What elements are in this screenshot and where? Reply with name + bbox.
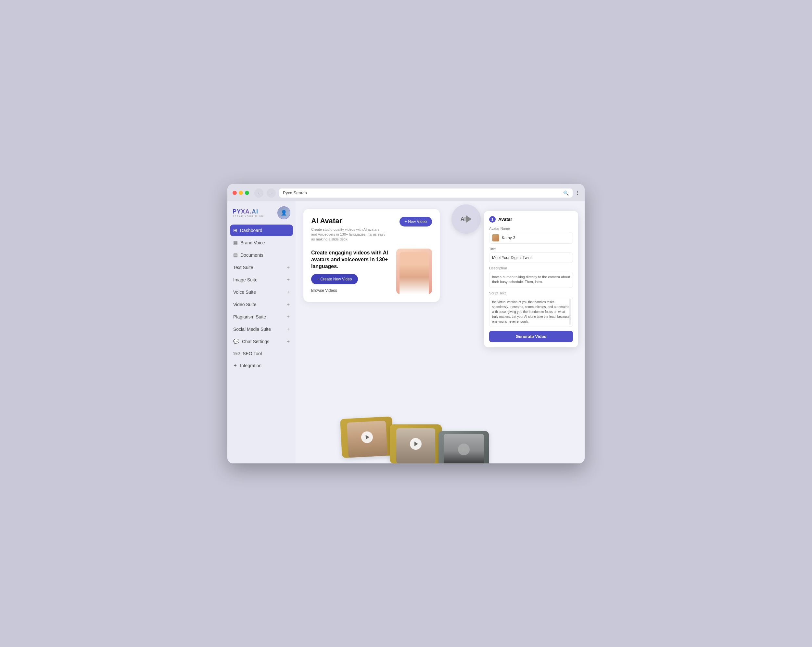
- new-video-button[interactable]: + New Video: [400, 217, 432, 226]
- step-title: Avatar: [498, 217, 512, 222]
- expand-icon: +: [287, 289, 290, 295]
- doc-icon: ▤: [233, 252, 238, 258]
- sidebar-item-video-suite[interactable]: Video Suite +: [230, 299, 293, 310]
- avatar-card-text: Create engaging videos with AI avatars a…: [311, 249, 390, 292]
- sidebar-item-social-media[interactable]: Social Media Suite +: [230, 323, 293, 335]
- sidebar-item-voice-suite[interactable]: Voice Suite +: [230, 286, 293, 298]
- close-button[interactable]: [232, 191, 237, 195]
- avatar-card-body: Create engaging videos with AI avatars a…: [311, 249, 432, 294]
- script-textarea[interactable]: the virtual version of you that handles …: [489, 297, 573, 327]
- ai-label: AI: [461, 216, 466, 222]
- main-content: AI Avatar Create studio-quality videos w…: [296, 201, 585, 463]
- back-button[interactable]: ←: [254, 188, 263, 197]
- sidebar-item-label: Integration: [240, 363, 261, 368]
- video-thumb-1[interactable]: [340, 416, 394, 458]
- video-thumb-2[interactable]: [390, 424, 442, 463]
- sidebar-item-label: SEO Tool: [243, 351, 262, 356]
- video-thumb-3[interactable]: [438, 431, 489, 463]
- avatar-name-row[interactable]: Kathy-3: [489, 232, 573, 244]
- ai-avatar-card: AI Avatar Create studio-quality videos w…: [303, 209, 440, 302]
- sidebar-item-image-suite[interactable]: Image Suite +: [230, 274, 293, 286]
- sidebar-logo: PYXA.AI SPEAK YOUR MIND! 👤: [227, 206, 296, 225]
- scrollbar: [569, 299, 571, 325]
- sidebar-item-label: Voice Suite: [233, 289, 256, 295]
- play-button-3[interactable]: [458, 444, 470, 455]
- search-icon: 🔍: [563, 190, 569, 196]
- play-icon: [466, 215, 472, 223]
- browser-window: ← → Pyxa Search 🔍 PYXA.AI SPEAK YOUR MIN…: [227, 184, 585, 463]
- avatar[interactable]: 👤: [277, 206, 290, 219]
- play-button-2[interactable]: [410, 438, 421, 450]
- avatar-image-card: [396, 249, 432, 294]
- search-text: Pyxa Search: [283, 190, 307, 195]
- sidebar-item-label: Brand Voice: [240, 240, 265, 245]
- sidebar-nav: ⊞ Dashboard ▦ Brand Voice ▤ Documents: [227, 225, 296, 458]
- expand-icon: +: [287, 301, 290, 307]
- sidebar-item-integration[interactable]: ✦ Integration: [230, 360, 293, 372]
- title-input[interactable]: Meet Your Digital Twin!: [489, 252, 573, 263]
- sidebar-item-dashboard[interactable]: ⊞ Dashboard: [230, 225, 293, 236]
- generate-video-button[interactable]: Generate Video: [489, 331, 573, 342]
- sidebar: PYXA.AI SPEAK YOUR MIND! 👤 ⊞ Dashboard: [227, 201, 296, 463]
- title-label: Title: [489, 247, 573, 251]
- logo-text: PYXA.AI: [232, 208, 265, 215]
- avatar-figure: [400, 252, 429, 294]
- app-layout: PYXA.AI SPEAK YOUR MIND! 👤 ⊞ Dashboard: [227, 201, 585, 463]
- sidebar-item-seo-tool[interactable]: SEO SEO Tool: [230, 348, 293, 359]
- sidebar-item-label: Video Suite: [233, 302, 256, 307]
- expand-icon: +: [287, 265, 290, 271]
- description-label: Description: [489, 266, 573, 270]
- browser-chrome: ← → Pyxa Search 🔍: [227, 184, 585, 201]
- logo-container: PYXA.AI SPEAK YOUR MIND!: [232, 208, 265, 217]
- play-arrow-icon: [462, 447, 466, 452]
- avatar-card-title: AI Avatar: [311, 217, 386, 225]
- expand-icon: +: [287, 277, 290, 283]
- expand-icon: +: [287, 314, 290, 320]
- description-textarea[interactable]: how a human talking directly to the came…: [489, 272, 573, 288]
- play-arrow-icon: [414, 442, 418, 446]
- sidebar-item-chat-settings[interactable]: 💬 Chat Settings +: [230, 336, 293, 347]
- sidebar-item-plagiarism-suite[interactable]: Plagiarism Suite +: [230, 311, 293, 323]
- brand-icon: ▦: [233, 240, 238, 246]
- ai-play-circle[interactable]: AI: [452, 204, 481, 234]
- sidebar-item-label: Dashboard: [240, 228, 263, 233]
- logo-subtitle: SPEAK YOUR MIND!: [232, 215, 265, 217]
- avatar-name-label: Avatar Name: [489, 226, 573, 230]
- sidebar-item-text-suite[interactable]: Text Suite +: [230, 262, 293, 273]
- address-bar[interactable]: Pyxa Search 🔍: [279, 188, 572, 197]
- sidebar-item-label: Social Media Suite: [233, 327, 271, 332]
- sidebar-item-documents[interactable]: ▤ Documents: [230, 249, 293, 261]
- avatar-thumbnail: [492, 234, 499, 242]
- traffic-lights: [232, 191, 249, 195]
- integration-icon: ✦: [233, 363, 237, 369]
- sidebar-item-label: Documents: [240, 252, 263, 258]
- video-thumbnails: [338, 418, 492, 457]
- avatar-name-value: Kathy-3: [502, 236, 515, 240]
- more-options-button[interactable]: [576, 190, 580, 196]
- expand-icon: +: [287, 326, 290, 332]
- play-arrow-icon: [365, 435, 369, 440]
- avatar-card-header: AI Avatar Create studio-quality videos w…: [311, 217, 432, 242]
- step-badge: 1: [489, 216, 496, 223]
- sidebar-item-label: Text Suite: [233, 265, 253, 270]
- browse-videos-link[interactable]: Browse Videos: [311, 288, 390, 293]
- maximize-button[interactable]: [245, 191, 249, 195]
- avatar-image: 👤: [278, 207, 290, 219]
- minimize-button[interactable]: [239, 191, 243, 195]
- grid-icon: ⊞: [233, 228, 237, 233]
- avatar-form-panel: 1 Avatar Avatar Name Kathy-3 Title Meet …: [484, 211, 578, 347]
- chat-icon: 💬: [233, 339, 240, 344]
- form-step: 1 Avatar: [489, 216, 573, 223]
- sidebar-item-label: Image Suite: [233, 277, 258, 282]
- sidebar-item-brand-voice[interactable]: ▦ Brand Voice: [230, 237, 293, 249]
- forward-button[interactable]: →: [267, 188, 276, 197]
- expand-icon: +: [287, 339, 290, 344]
- script-label: Script Text: [489, 291, 573, 295]
- seo-icon: SEO: [233, 352, 240, 355]
- sidebar-item-label: Chat Settings: [242, 339, 269, 344]
- sidebar-item-label: Plagiarism Suite: [233, 314, 266, 320]
- create-video-button[interactable]: + Create New Video: [311, 274, 358, 284]
- avatar-card-heading: Create engaging videos with AI avatars a…: [311, 249, 390, 270]
- avatar-card-subtitle: Create studio-quality videos with AI ava…: [311, 227, 386, 242]
